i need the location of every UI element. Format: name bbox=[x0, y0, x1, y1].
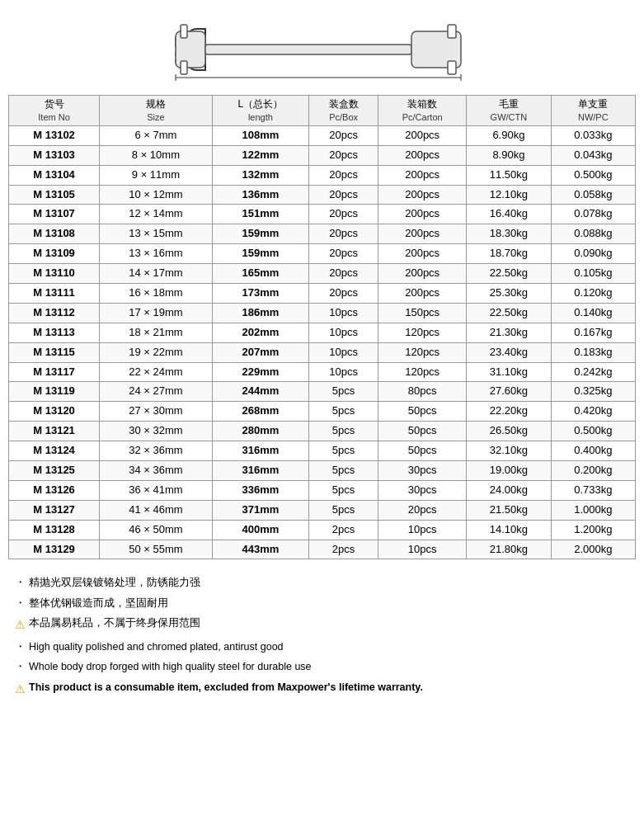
table-cell: 120pcs bbox=[378, 362, 467, 382]
svg-rect-6 bbox=[448, 61, 456, 74]
table-cell: M 13128 bbox=[9, 520, 100, 540]
table-cell: 173mm bbox=[212, 284, 308, 304]
bullet-icon: ・ bbox=[15, 594, 26, 613]
col-header-pccarton-en: Pc/Carton bbox=[383, 111, 462, 123]
table-cell: M 13120 bbox=[9, 402, 100, 422]
table-cell: 120pcs bbox=[378, 342, 467, 362]
col-header-size-zh: 规格 bbox=[104, 98, 208, 111]
note-line: ⚠本品属易耗品，不属于终身保用范围 bbox=[15, 614, 629, 635]
table-cell: 20pcs bbox=[309, 185, 378, 205]
table-cell: M 13105 bbox=[9, 185, 100, 205]
table-cell: 22.20kg bbox=[467, 402, 551, 422]
table-cell: 5pcs bbox=[309, 422, 378, 441]
table-cell: 0.167kg bbox=[551, 323, 635, 342]
table-cell: M 13124 bbox=[9, 441, 100, 461]
table-cell: 5pcs bbox=[309, 402, 378, 422]
table-cell: 20pcs bbox=[309, 224, 378, 244]
table-cell: M 13103 bbox=[9, 145, 100, 165]
table-cell: 268mm bbox=[212, 402, 308, 422]
table-cell: 30 × 32mm bbox=[100, 422, 213, 441]
table-cell: M 13107 bbox=[9, 205, 100, 224]
table-cell: 229mm bbox=[212, 362, 308, 382]
table-cell: 200pcs bbox=[378, 185, 467, 205]
table-row: M 1310913 × 16mm159mm20pcs200pcs18.70kg0… bbox=[9, 244, 636, 264]
table-cell: 159mm bbox=[212, 224, 308, 244]
table-cell: 5pcs bbox=[309, 500, 378, 520]
table-cell: 26.50kg bbox=[467, 422, 551, 441]
col-header-item-en: Item No bbox=[13, 111, 95, 123]
table-cell: M 13110 bbox=[9, 264, 100, 284]
table-cell: 31.10kg bbox=[467, 362, 551, 382]
table-row: M 1310813 × 15mm159mm20pcs200pcs18.30kg0… bbox=[9, 224, 636, 244]
table-cell: 159mm bbox=[212, 244, 308, 264]
table-cell: 50 × 55mm bbox=[100, 540, 213, 559]
table-cell: 1.200kg bbox=[551, 520, 635, 540]
table-cell: 16.40kg bbox=[467, 205, 551, 224]
table-row: M 1310510 × 12mm136mm20pcs200pcs12.10kg0… bbox=[9, 185, 636, 205]
table-cell: 24 × 27mm bbox=[100, 382, 213, 402]
table-cell: 10pcs bbox=[309, 303, 378, 323]
table-cell: 2pcs bbox=[309, 540, 378, 559]
table-cell: 22.50kg bbox=[467, 264, 551, 284]
bullet-icon: ・ bbox=[15, 658, 26, 676]
table-cell: 6.90kg bbox=[467, 125, 551, 145]
wrench-illustration bbox=[8, 8, 636, 88]
wrench-svg bbox=[174, 16, 471, 82]
table-cell: 20pcs bbox=[309, 165, 378, 185]
table-cell: 25.30kg bbox=[467, 284, 551, 304]
table-cell: 32.10kg bbox=[467, 441, 551, 461]
note-text: Whole body drop forged with high quality… bbox=[29, 658, 312, 676]
table-cell: 200pcs bbox=[378, 125, 467, 145]
table-cell: 0.733kg bbox=[551, 480, 635, 500]
svg-rect-2 bbox=[181, 61, 187, 74]
note-text: 本品属易耗品，不属于终身保用范围 bbox=[29, 614, 200, 633]
table-row: M 1312846 × 50mm400mm2pcs10pcs14.10kg1.2… bbox=[9, 520, 636, 540]
table-cell: M 13121 bbox=[9, 422, 100, 441]
table-cell: 20pcs bbox=[309, 205, 378, 224]
table-row: M 1311217 × 19mm186mm10pcs150pcs22.50kg0… bbox=[9, 303, 636, 323]
table-cell: 5pcs bbox=[309, 382, 378, 402]
table-cell: 200pcs bbox=[378, 145, 467, 165]
table-cell: 46 × 50mm bbox=[100, 520, 213, 540]
table-cell: 0.105kg bbox=[551, 264, 635, 284]
table-cell: 200pcs bbox=[378, 264, 467, 284]
table-row: M 1312130 × 32mm280mm5pcs50pcs26.50kg0.5… bbox=[9, 422, 636, 441]
table-cell: 30pcs bbox=[378, 461, 467, 481]
col-header-pccarton-zh: 装箱数 bbox=[383, 98, 462, 111]
table-cell: 0.088kg bbox=[551, 224, 635, 244]
note-line: ・High quality polished and chromed plate… bbox=[15, 638, 629, 657]
table-cell: 0.242kg bbox=[551, 362, 635, 382]
col-header-gw: 毛重 GW/CTN bbox=[467, 96, 551, 126]
table-cell: 20pcs bbox=[309, 244, 378, 264]
col-header-pcbox: 装盒数 Pc/Box bbox=[309, 96, 378, 126]
table-row: M 1312741 × 46mm371mm5pcs20pcs21.50kg1.0… bbox=[9, 500, 636, 520]
table-cell: 20pcs bbox=[309, 125, 378, 145]
table-cell: 316mm bbox=[212, 461, 308, 481]
note-text: High quality polished and chromed plated… bbox=[29, 638, 284, 657]
table-cell: 132mm bbox=[212, 165, 308, 185]
table-cell: 5pcs bbox=[309, 441, 378, 461]
table-row: M 1312636 × 41mm336mm5pcs30pcs24.00kg0.7… bbox=[9, 480, 636, 500]
svg-rect-1 bbox=[181, 25, 187, 38]
col-header-nw-en: NW/PC bbox=[556, 111, 631, 123]
table-cell: 21.30kg bbox=[467, 323, 551, 342]
table-cell: 336mm bbox=[212, 480, 308, 500]
warning-icon: ⚠ bbox=[15, 615, 26, 635]
bullet-icon: ・ bbox=[15, 638, 26, 657]
table-cell: 200pcs bbox=[378, 244, 467, 264]
table-cell: 207mm bbox=[212, 342, 308, 362]
table-cell: 0.500kg bbox=[551, 422, 635, 441]
table-cell: M 13109 bbox=[9, 244, 100, 264]
table-cell: 150pcs bbox=[378, 303, 467, 323]
table-row: M 1311519 × 22mm207mm10pcs120pcs23.40kg0… bbox=[9, 342, 636, 362]
table-cell: 5pcs bbox=[309, 480, 378, 500]
table-cell: 0.033kg bbox=[551, 125, 635, 145]
bullet-icon: ・ bbox=[15, 573, 26, 592]
table-row: M 1310712 × 14mm151mm20pcs200pcs16.40kg0… bbox=[9, 205, 636, 224]
table-cell: 19.00kg bbox=[467, 461, 551, 481]
table-cell: M 13119 bbox=[9, 382, 100, 402]
table-cell: 10pcs bbox=[378, 540, 467, 559]
table-cell: 20pcs bbox=[309, 264, 378, 284]
note-line: ・整体优钢锻造而成，坚固耐用 bbox=[15, 594, 629, 613]
table-cell: 0.058kg bbox=[551, 185, 635, 205]
